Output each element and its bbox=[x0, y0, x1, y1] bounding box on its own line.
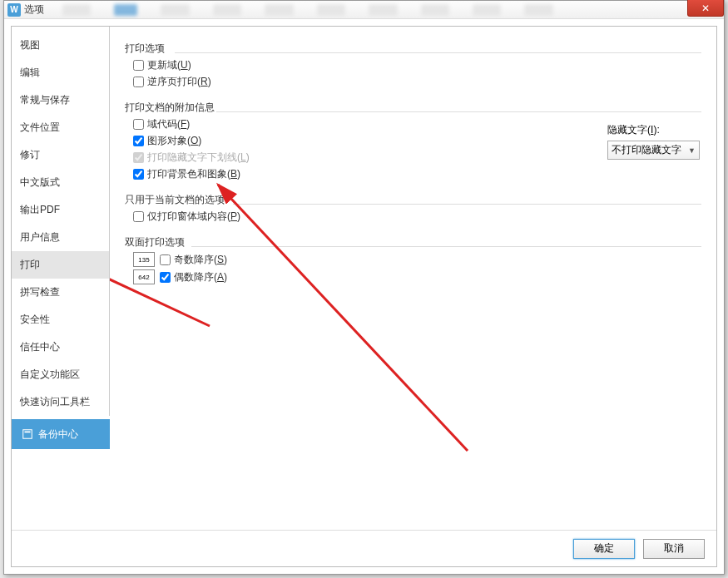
background-ribbon bbox=[62, 2, 553, 17]
sidebar-item-13[interactable]: 快速访问工具栏 bbox=[12, 388, 109, 416]
checkbox-label: 更新域(U) bbox=[147, 58, 191, 72]
checkbox[interactable] bbox=[133, 77, 144, 87]
hidden-text-label: 隐藏文字(I): bbox=[607, 123, 700, 137]
sidebar-item-4[interactable]: 修订 bbox=[12, 141, 109, 169]
option-row: 逆序页打印(R) bbox=[133, 75, 701, 89]
section-print-options-title: 打印选项 bbox=[125, 42, 701, 56]
checkbox bbox=[133, 152, 144, 163]
section-print-options: 更新域(U)逆序页打印(R) bbox=[125, 58, 701, 89]
checkbox[interactable] bbox=[133, 60, 144, 71]
sidebar-item-11[interactable]: 信任中心 bbox=[12, 333, 109, 361]
divider bbox=[191, 246, 701, 247]
hidden-text-dropdown[interactable]: 不打印隐藏文字 ▼ bbox=[607, 141, 700, 160]
checkbox[interactable] bbox=[133, 169, 144, 180]
section-current-doc: 仅打印窗体域内容(P) bbox=[125, 210, 701, 224]
checkbox-label: 域代码(F) bbox=[147, 117, 190, 131]
divider bbox=[233, 204, 701, 205]
footer: 确定 取消 bbox=[12, 530, 716, 566]
section-duplex: 135奇数降序(S)642偶数降序(A) bbox=[125, 252, 701, 284]
settings-panel: 打印选项 更新域(U)逆序页打印(R) 打印文档的附加信息 域代码(F)图形对象… bbox=[110, 27, 716, 530]
checkbox[interactable] bbox=[133, 136, 144, 146]
checkbox-label: 打印背景色和图象(B) bbox=[147, 167, 240, 181]
checkbox[interactable] bbox=[160, 272, 171, 283]
sidebar-item-9[interactable]: 拼写检查 bbox=[12, 279, 109, 306]
sidebar-item-12[interactable]: 自定义功能区 bbox=[12, 361, 109, 388]
chevron-down-icon: ▼ bbox=[688, 146, 696, 155]
option-row: 仅打印窗体域内容(P) bbox=[133, 210, 701, 224]
checkbox-label: 逆序页打印(R) bbox=[147, 75, 211, 89]
svg-line-3 bbox=[218, 185, 468, 451]
duplex-icon: 135 bbox=[133, 252, 155, 267]
backup-icon bbox=[22, 428, 33, 440]
option-row: 更新域(U) bbox=[133, 58, 701, 72]
option-row: 642偶数降序(A) bbox=[133, 269, 701, 284]
sidebar: 视图编辑常规与保存文件位置修订中文版式输出PDF用户信息打印拼写检查安全性信任中… bbox=[12, 27, 110, 416]
divider bbox=[216, 111, 701, 112]
divider bbox=[175, 52, 701, 53]
sidebar-item-2[interactable]: 常规与保存 bbox=[12, 86, 109, 114]
sidebar-item-10[interactable]: 安全性 bbox=[12, 306, 109, 333]
sidebar-item-1[interactable]: 编辑 bbox=[12, 59, 109, 86]
options-dialog: W 选项 ✕ 视图编辑常规与保存文件位置修订中文版式输出PDF用户信息打印拼写检… bbox=[3, 0, 725, 575]
hidden-text-group: 隐藏文字(I): 不打印隐藏文字 ▼ bbox=[607, 123, 700, 160]
svg-rect-0 bbox=[23, 430, 32, 439]
checkbox-label: 仅打印窗体域内容(P) bbox=[147, 210, 240, 224]
section-duplex-title: 双面打印选项 bbox=[125, 235, 701, 249]
checkbox[interactable] bbox=[133, 119, 144, 130]
sidebar-item-7[interactable]: 用户信息 bbox=[12, 224, 109, 251]
cancel-button[interactable]: 取消 bbox=[643, 539, 705, 559]
app-icon: W bbox=[7, 3, 21, 17]
option-row: 135奇数降序(S) bbox=[133, 252, 701, 267]
sidebar-item-8[interactable]: 打印 bbox=[12, 251, 109, 279]
sidebar-item-0[interactable]: 视图 bbox=[12, 32, 109, 59]
dropdown-value: 不打印隐藏文字 bbox=[612, 143, 681, 157]
close-icon: ✕ bbox=[701, 2, 710, 14]
checkbox-label: 偶数降序(A) bbox=[174, 270, 227, 284]
backup-center-button[interactable]: 备份中心 bbox=[12, 419, 110, 449]
backup-label: 备份中心 bbox=[38, 427, 78, 442]
sidebar-wrap: 视图编辑常规与保存文件位置修订中文版式输出PDF用户信息打印拼写检查安全性信任中… bbox=[12, 27, 110, 530]
titlebar: W 选项 ✕ bbox=[4, 1, 724, 19]
section-current-doc-title: 只用于当前文档的选项 bbox=[125, 193, 701, 207]
content-area: 视图编辑常规与保存文件位置修订中文版式输出PDF用户信息打印拼写检查安全性信任中… bbox=[11, 26, 717, 567]
checkbox-label: 图形对象(O) bbox=[147, 134, 201, 148]
annotation-arrow-2 bbox=[193, 176, 526, 509]
checkbox-label: 打印隐藏文字下划线(L) bbox=[147, 151, 250, 165]
main-area: 视图编辑常规与保存文件位置修订中文版式输出PDF用户信息打印拼写检查安全性信任中… bbox=[12, 27, 716, 530]
section-attach-title: 打印文档的附加信息 bbox=[125, 101, 701, 115]
close-button[interactable]: ✕ bbox=[687, 0, 724, 17]
duplex-icon: 642 bbox=[133, 269, 155, 284]
ok-button[interactable]: 确定 bbox=[573, 539, 635, 559]
checkbox[interactable] bbox=[160, 254, 171, 265]
window-title: 选项 bbox=[24, 2, 44, 17]
sidebar-item-5[interactable]: 中文版式 bbox=[12, 169, 109, 196]
sidebar-item-3[interactable]: 文件位置 bbox=[12, 114, 109, 141]
checkbox-label: 奇数降序(S) bbox=[174, 253, 227, 267]
checkbox[interactable] bbox=[133, 211, 144, 222]
option-row: 打印背景色和图象(B) bbox=[133, 167, 701, 181]
sidebar-item-6[interactable]: 输出PDF bbox=[12, 196, 109, 224]
svg-rect-1 bbox=[25, 432, 31, 433]
